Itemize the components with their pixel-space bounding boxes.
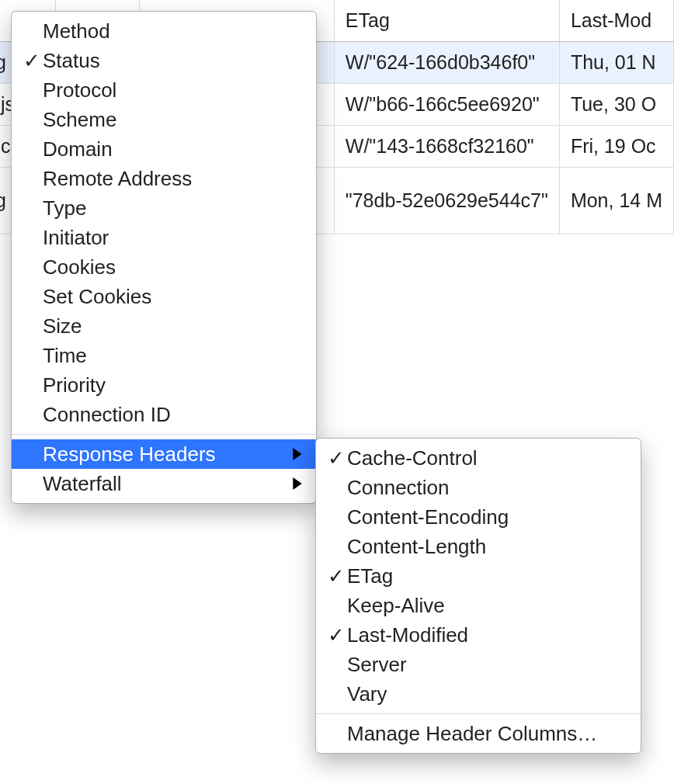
menu-item-initiator[interactable]: Initiator — [12, 223, 316, 252]
submenu-waterfall[interactable]: Waterfall — [12, 469, 316, 498]
header-item-server[interactable]: Server — [316, 650, 641, 679]
menu-item-label: Protocol — [43, 75, 302, 105]
submenu-response-headers[interactable]: Response Headers — [12, 439, 316, 469]
cell-etag: W/"624-166d0b346f0" — [334, 42, 559, 84]
menu-item-remote-address[interactable]: Remote Address — [12, 164, 316, 193]
menu-item-time[interactable]: Time — [12, 341, 316, 370]
chevron-right-icon — [293, 477, 302, 490]
menu-item-scheme[interactable]: Scheme — [12, 105, 316, 134]
header-item-cache-control[interactable]: ✓Cache-Control — [316, 443, 641, 473]
menu-item-label: Response Headers — [43, 439, 285, 469]
menu-item-domain[interactable]: Domain — [12, 134, 316, 164]
cell-lastmod: Fri, 19 Oc — [559, 126, 673, 168]
menu-separator — [316, 713, 641, 714]
check-icon: ✓ — [325, 620, 347, 650]
menu-item-label: Status — [43, 46, 302, 75]
menu-item-size[interactable]: Size — [12, 311, 316, 341]
menu-item-label: Time — [43, 341, 302, 370]
column-context-menu[interactable]: Method✓StatusProtocolSchemeDomainRemote … — [11, 11, 317, 504]
menu-item-label: Initiator — [43, 223, 302, 252]
menu-item-protocol[interactable]: Protocol — [12, 75, 316, 105]
menu-item-label: Domain — [43, 134, 302, 164]
cell-etag: W/"143-1668cf32160" — [334, 126, 559, 168]
header-item-etag[interactable]: ✓ETag — [316, 561, 641, 591]
header-item-content-length[interactable]: Content-Length — [316, 532, 641, 561]
cell-etag: W/"b66-166c5ee6920" — [334, 84, 559, 126]
menu-item-label: ETag — [347, 561, 627, 591]
menu-item-type[interactable]: Type — [12, 193, 316, 223]
cell-lastmod: Mon, 14 M — [559, 168, 673, 234]
menu-item-label: Priority — [43, 370, 302, 400]
menu-item-label: Vary — [347, 679, 627, 709]
menu-item-set-cookies[interactable]: Set Cookies — [12, 282, 316, 311]
menu-item-label: Connection ID — [43, 400, 302, 429]
menu-item-method[interactable]: Method — [12, 16, 316, 46]
check-icon: ✓ — [325, 443, 347, 473]
menu-item-label: Scheme — [43, 105, 302, 134]
menu-item-label: Keep-Alive — [347, 591, 627, 620]
cell-lastmod: Thu, 01 N — [559, 42, 673, 84]
chevron-right-icon — [293, 448, 302, 460]
menu-item-label: Connection — [347, 473, 627, 502]
menu-item-label: Manage Header Columns… — [347, 719, 627, 748]
col-header-etag[interactable]: ETag — [334, 0, 559, 42]
menu-item-label: Set Cookies — [43, 282, 302, 311]
cell-lastmod: Tue, 30 O — [559, 84, 673, 126]
menu-item-label: Size — [43, 311, 302, 341]
header-item-vary[interactable]: Vary — [316, 679, 641, 709]
menu-item-label: Content-Encoding — [347, 502, 627, 532]
menu-item-priority[interactable]: Priority — [12, 370, 316, 400]
menu-item-label: Content-Length — [347, 532, 627, 561]
menu-item-label: Last-Modified — [347, 620, 627, 650]
check-icon: ✓ — [325, 561, 347, 591]
header-item-last-modified[interactable]: ✓Last-Modified — [316, 620, 641, 650]
header-item-keep-alive[interactable]: Keep-Alive — [316, 591, 641, 620]
check-icon: ✓ — [21, 46, 43, 75]
menu-item-label: Cookies — [43, 252, 302, 282]
menu-item-label: Remote Address — [43, 164, 302, 193]
header-item-connection[interactable]: Connection — [316, 473, 641, 502]
menu-item-connection-id[interactable]: Connection ID — [12, 400, 316, 429]
cell-etag: "78db-52e0629e544c7" — [334, 168, 559, 234]
response-headers-submenu[interactable]: ✓Cache-ControlConnectionContent-Encoding… — [315, 438, 641, 754]
menu-item-label: Cache-Control — [347, 443, 627, 473]
col-header-lastmod[interactable]: Last-Mod — [559, 0, 673, 42]
manage-header-columns[interactable]: Manage Header Columns… — [316, 719, 641, 748]
menu-item-label: Waterfall — [43, 469, 285, 498]
menu-item-label: Type — [43, 193, 302, 223]
menu-item-status[interactable]: ✓Status — [12, 46, 316, 75]
header-item-content-encoding[interactable]: Content-Encoding — [316, 502, 641, 532]
menu-item-label: Server — [347, 650, 627, 679]
menu-item-label: Method — [43, 16, 302, 46]
menu-separator — [12, 434, 316, 435]
menu-item-cookies[interactable]: Cookies — [12, 252, 316, 282]
